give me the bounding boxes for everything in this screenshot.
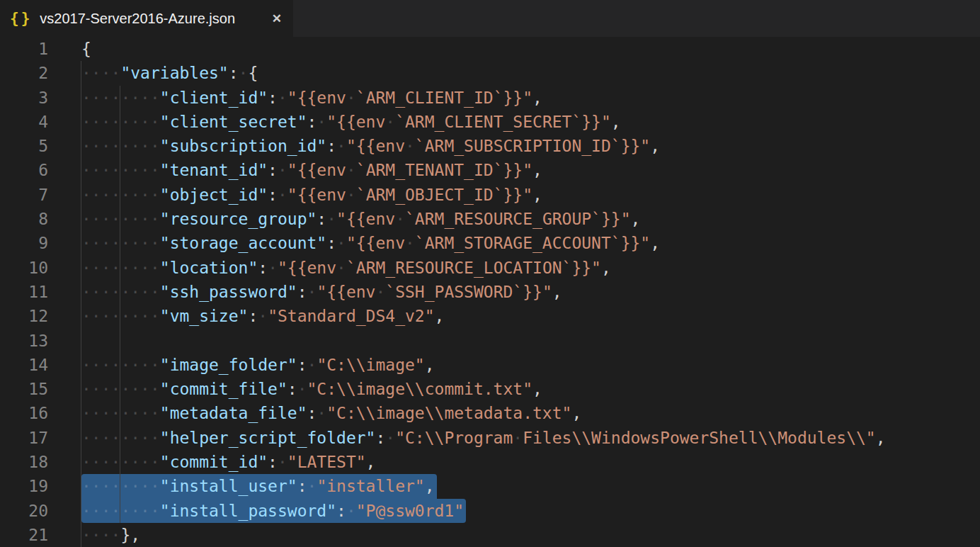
line-number[interactable]: 1 <box>0 37 48 61</box>
code-line[interactable]: 4········"client_secret":·"{{env·`ARM_CL… <box>0 110 980 134</box>
whitespace-dots: · <box>239 64 249 82</box>
line-number[interactable]: 14 <box>0 353 48 377</box>
code-content[interactable]: ········"helper_script_folder":·"C:\\Pro… <box>81 426 980 450</box>
whitespace-dots: ···· <box>81 64 120 82</box>
code-line[interactable]: 2····"variables":·{ <box>0 61 980 85</box>
whitespace-dots: · <box>375 283 385 301</box>
line-number[interactable]: 8 <box>0 207 48 231</box>
code-line[interactable]: 21····}, <box>0 523 980 547</box>
code-text: ········"metadata_file":·"C:\\image\\met… <box>81 401 581 425</box>
code-line[interactable]: 1{ <box>0 37 980 61</box>
code-line[interactable]: 8········"resource_group":·"{{env·`ARM_R… <box>0 207 980 231</box>
code-token: , <box>876 429 886 447</box>
line-number[interactable]: 12 <box>0 304 48 328</box>
code-line[interactable]: 20········"install_password":·"P@ssw0rd1… <box>0 499 980 523</box>
code-content[interactable]: ········"install_user":·"installer", <box>81 474 980 498</box>
code-content[interactable]: ········"vm_size":·"Standard_DS4_v2", <box>81 304 980 328</box>
line-number[interactable]: 9 <box>0 231 48 255</box>
code-line[interactable]: 11········"ssh_password":·"{{env·`SSH_PA… <box>0 280 980 304</box>
line-number[interactable]: 4 <box>0 110 48 134</box>
code-content[interactable]: ········"resource_group":·"{{env·`ARM_RE… <box>81 207 980 231</box>
line-number[interactable]: 7 <box>0 183 48 207</box>
line-number[interactable]: 2 <box>0 61 48 85</box>
code-token: , <box>425 356 435 374</box>
code-content[interactable]: ········"install_password":·"P@ssw0rd1" <box>81 499 980 523</box>
code-token: "P@ssw0rd1" <box>356 502 464 520</box>
code-content[interactable]: ········"tenant_id":·"{{env·`ARM_TENANT_… <box>81 158 980 182</box>
tab-filename: vs2017-Server2016-Azure.json <box>40 11 266 27</box>
line-number[interactable]: 13 <box>0 329 48 353</box>
code-token: "{{env <box>317 283 375 301</box>
code-content[interactable] <box>81 329 980 353</box>
code-content[interactable]: ········"storage_account":·"{{env·`ARM_S… <box>81 231 980 255</box>
code-token: "{{env <box>326 113 385 131</box>
code-token: , <box>611 113 621 131</box>
whitespace-dots: ········ <box>81 210 160 228</box>
line-number[interactable]: 20 <box>0 499 48 523</box>
code-content[interactable]: { <box>81 37 980 61</box>
code-content[interactable]: ········"client_secret":·"{{env·`ARM_CLI… <box>81 110 980 134</box>
line-number[interactable]: 15 <box>0 377 48 401</box>
code-text: ········"install_user":·"installer", <box>81 474 435 498</box>
code-token: "{{env <box>278 259 336 277</box>
line-number[interactable]: 17 <box>0 426 48 450</box>
code-token: , <box>552 283 562 301</box>
line-number[interactable]: 11 <box>0 280 48 304</box>
code-token: `ARM_RESOURCE_GROUP`}}" <box>405 210 631 228</box>
code-content[interactable]: ········"ssh_password":·"{{env·`SSH_PASS… <box>81 280 980 304</box>
line-number[interactable]: 6 <box>0 158 48 182</box>
whitespace-dots: ···· <box>81 526 120 544</box>
code-line[interactable]: 17········"helper_script_folder":·"C:\\P… <box>0 426 980 450</box>
code-content[interactable]: ········"image_folder":·"C:\\image", <box>81 353 980 377</box>
code-content[interactable]: ········"commit_file":·"C:\\image\\commi… <box>81 377 980 401</box>
code-token: : <box>375 429 385 447</box>
code-line[interactable]: 14········"image_folder":·"C:\\image", <box>0 353 980 377</box>
code-line[interactable]: 13 <box>0 329 980 353</box>
code-line[interactable]: 10········"location":·"{{env·`ARM_RESOUR… <box>0 256 980 280</box>
json-file-icon: {} <box>10 10 32 27</box>
line-number[interactable]: 10 <box>0 256 48 280</box>
code-token: : <box>297 283 307 301</box>
code-line[interactable]: 18········"commit_id":·"LATEST", <box>0 450 980 474</box>
code-token: `ARM_CLIENT_ID`}}" <box>356 89 532 107</box>
code-content[interactable]: ········"subscription_id":·"{{env·`ARM_S… <box>81 134 980 158</box>
code-token: "{{env <box>287 89 346 107</box>
whitespace-dots: · <box>307 356 317 374</box>
code-line[interactable]: 19········"install_user":·"installer", <box>0 474 980 498</box>
line-number[interactable]: 18 <box>0 450 48 474</box>
code-line[interactable]: 7········"object_id":·"{{env·`ARM_OBJECT… <box>0 183 980 207</box>
whitespace-dots: · <box>336 137 346 155</box>
line-number[interactable]: 3 <box>0 86 48 110</box>
code-content[interactable]: ········"commit_id":·"LATEST", <box>81 450 980 474</box>
code-line[interactable]: 16········"metadata_file":·"C:\\image\\m… <box>0 401 980 425</box>
code-line[interactable]: 3········"client_id":·"{{env·`ARM_CLIENT… <box>0 86 980 110</box>
code-token: { <box>248 64 258 82</box>
code-token: : <box>297 477 307 495</box>
code-text: ········"ssh_password":·"{{env·`SSH_PASS… <box>81 280 562 304</box>
whitespace-dots: ········ <box>81 453 160 471</box>
code-line[interactable]: 15········"commit_file":·"C:\\image\\com… <box>0 377 980 401</box>
code-token: : <box>268 453 278 471</box>
code-content[interactable]: ········"metadata_file":·"C:\\image\\met… <box>81 401 980 425</box>
line-number[interactable]: 5 <box>0 134 48 158</box>
line-number[interactable]: 21 <box>0 523 48 547</box>
line-number[interactable]: 16 <box>0 401 48 425</box>
code-line[interactable]: 12········"vm_size":·"Standard_DS4_v2", <box>0 304 980 328</box>
code-line[interactable]: 5········"subscription_id":·"{{env·`ARM_… <box>0 134 980 158</box>
code-content[interactable]: ········"client_id":·"{{env·`ARM_CLIENT_… <box>81 86 980 110</box>
tab-vs2017-server2016-azure-json[interactable]: {} vs2017-Server2016-Azure.json ✕ <box>0 0 293 37</box>
code-line[interactable]: 9········"storage_account":·"{{env·`ARM_… <box>0 231 980 255</box>
code-line[interactable]: 6········"tenant_id":·"{{env·`ARM_TENANT… <box>0 158 980 182</box>
code-content[interactable]: ····"variables":·{ <box>81 61 980 85</box>
code-content[interactable]: ········"location":·"{{env·`ARM_RESOURCE… <box>81 256 980 280</box>
code-content[interactable]: ····}, <box>81 523 980 547</box>
whitespace-dots: · <box>346 186 356 204</box>
code-token: "client_secret" <box>160 113 307 131</box>
tab-close-icon[interactable]: ✕ <box>272 11 282 26</box>
code-token: , <box>435 307 445 325</box>
code-content[interactable]: ········"object_id":·"{{env·`ARM_OBJECT_… <box>81 183 980 207</box>
whitespace-dots: · <box>278 161 287 179</box>
code-text: ········"commit_id":·"LATEST", <box>81 450 375 474</box>
code-editor[interactable]: 1{2····"variables":·{3········"client_id… <box>0 37 980 547</box>
line-number[interactable]: 19 <box>0 474 48 498</box>
